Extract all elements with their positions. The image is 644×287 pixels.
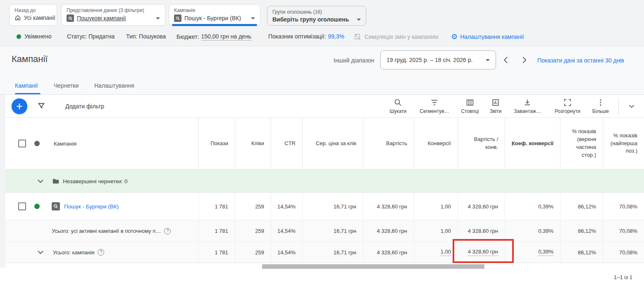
- filter-funnel-icon[interactable]: [37, 102, 45, 110]
- status-eligible: Статус: Придатна: [67, 33, 114, 40]
- help-icon[interactable]: ?: [98, 249, 104, 256]
- impr-top-total: 86,12%: [560, 242, 603, 263]
- reports-button[interactable]: Звіти: [478, 98, 513, 114]
- unfinished-drafts-row[interactable]: Незавершені чернетки: 0: [5, 170, 644, 193]
- tab-settings[interactable]: Налаштування: [94, 82, 134, 89]
- active-tab-underline: [15, 93, 41, 94]
- status-budget[interactable]: Бюджет: 150,00 грн на день: [177, 33, 251, 41]
- impr-abs-top-total: 70,08%: [603, 220, 644, 242]
- next-range-button[interactable]: [522, 56, 529, 64]
- total-active-campaigns-row: Усього: усі активні кампанії в поточному…: [5, 220, 644, 242]
- cost-total: 4 328,60 грн: [363, 242, 414, 263]
- col-conversions[interactable]: Конверсії: [414, 118, 458, 169]
- col-avg-cpc[interactable]: Сер. ціна за клік: [302, 118, 363, 169]
- ad-groups-selector[interactable]: Групи оголошень (16) Виберіть групу огол…: [267, 6, 366, 26]
- conv-rate-value: 0,39%: [505, 193, 560, 220]
- select-all-checkbox[interactable]: [18, 140, 26, 148]
- impressions-value: 1 781: [198, 193, 235, 220]
- status-filter-dot-icon[interactable]: [34, 141, 40, 146]
- conv-rate-total[interactable]: 0,39%: [538, 249, 553, 256]
- search-campaign-badge-icon: [52, 202, 60, 210]
- previous-range-button[interactable]: [503, 56, 510, 64]
- col-cost[interactable]: Вартість: [363, 118, 414, 169]
- search-button[interactable]: Шукати: [380, 98, 416, 114]
- enabled-text: Увімкнено: [24, 33, 51, 40]
- optimization-label: Показник оптимізації:: [268, 33, 326, 40]
- conversions-total[interactable]: 1,00: [441, 249, 451, 256]
- data-view-value: Пошукові кампанії: [77, 15, 126, 22]
- budget-value[interactable]: 150,00 грн на день: [201, 33, 252, 41]
- enabled-status-dot-icon[interactable]: [34, 204, 40, 209]
- add-campaign-button[interactable]: +: [12, 98, 27, 114]
- col-conv-rate[interactable]: ↓ Коеф. конверсії: [505, 118, 560, 169]
- search-campaign-badge-icon: [174, 14, 181, 22]
- more-button[interactable]: Більше: [583, 98, 618, 114]
- col-impr-abs-top[interactable]: % показів (найперша поз.): [603, 118, 644, 169]
- ad-groups-label: Групи оголошень (16): [272, 9, 361, 15]
- campaign-selector-value: Пошук - Бургери (ВК): [184, 15, 241, 22]
- enabled-dot-icon: [17, 34, 21, 39]
- expand-button[interactable]: Розгорнути: [550, 98, 585, 114]
- page-title: Кампанії: [12, 54, 48, 65]
- campaign-settings-button[interactable]: ⚙ Налаштування кампанії: [451, 33, 524, 41]
- chevron-down-icon[interactable]: [37, 179, 44, 183]
- back-to-all-campaigns-button[interactable]: Назад до Усі кампанії: [9, 4, 57, 26]
- red-highlight-annotation: [453, 239, 514, 263]
- col-impressions[interactable]: Покази: [198, 118, 235, 169]
- date-range-value: 19 груд. 2025 р. – 18 січ. 2026 р.: [386, 57, 472, 63]
- add-filter-button[interactable]: Додати фільтр: [65, 95, 104, 118]
- reports-icon: [491, 98, 500, 107]
- conv-rate-total: 0,39%: [505, 220, 560, 242]
- impr-top-total: 86,12%: [560, 220, 603, 242]
- clicks-value: 259: [235, 193, 271, 220]
- tab-drafts[interactable]: Чернетки: [54, 82, 79, 89]
- col-clicks[interactable]: Кліки: [235, 118, 271, 169]
- collapse-toolbar-chevron[interactable]: [626, 102, 637, 111]
- more-dots-icon: [596, 98, 605, 107]
- total-active-label: Усього: усі активні кампанії в поточному…: [52, 228, 161, 234]
- row-checkbox[interactable]: [18, 203, 26, 210]
- campaign-name-link[interactable]: Пошук - Бургери (ВК): [64, 203, 119, 210]
- status-optimization-score[interactable]: Показник оптимізації: 99,3%: [268, 33, 344, 40]
- clicks-total: 259: [235, 242, 271, 263]
- data-view-selector[interactable]: Представлення даних (3 фільтри) Пошукові…: [61, 4, 165, 26]
- pagination-label: 1–1 із 1: [614, 274, 632, 280]
- col-campaign[interactable]: Кампанія: [54, 141, 76, 147]
- simulation-button-disabled: Симуляція змін у кампаніях: [354, 33, 439, 41]
- chevron-down-icon[interactable]: [37, 250, 44, 254]
- cost-value: 4 328,60 грн: [363, 193, 414, 220]
- avg-cpc-total: 16,71 грн: [302, 242, 363, 263]
- custom-range-label: Інший діапазон: [334, 57, 374, 64]
- campaign-row[interactable]: Пошук - Бургери (ВК) 1 781 259 14,54% 16…: [5, 193, 644, 220]
- chevron-down-icon: [486, 59, 490, 61]
- expand-icon: [563, 98, 572, 107]
- impr-abs-top-value: 70,08%: [603, 193, 644, 220]
- campaign-selector-label: Кампанія: [174, 7, 255, 13]
- cost-total: 4 328,60 грн: [363, 220, 414, 242]
- show-last-30-days-link[interactable]: Показати дані за останні 30 днів: [537, 57, 624, 64]
- search-icon: [394, 98, 403, 107]
- horizontal-scrollbar-thumb[interactable]: [262, 264, 484, 269]
- col-impr-top[interactable]: % показів (верхня частина стор.): [560, 118, 603, 169]
- chevron-down-icon: [357, 19, 361, 21]
- col-cost-per-conv[interactable]: Вартість / конв.: [458, 118, 505, 169]
- simulation-icon: [354, 33, 361, 41]
- budget-label: Бюджет:: [177, 33, 199, 40]
- columns-icon: [465, 98, 475, 107]
- optimization-value[interactable]: 99,3%: [328, 33, 344, 40]
- conversions-total: 1,00: [414, 220, 458, 242]
- cost-per-conv-total: 4 328,60 грн: [458, 220, 505, 242]
- date-range-picker[interactable]: 19 груд. 2025 р. – 18 січ. 2026 р.: [380, 50, 496, 69]
- campaign-selector[interactable]: Кампанія Пошук - Бургери (ВК): [169, 4, 260, 26]
- impr-top-value: 86,12%: [560, 193, 603, 220]
- tab-campaigns[interactable]: Кампанії: [15, 82, 38, 89]
- table-toolbar: + Додати фільтр Шукати Сегментув… Стовпц…: [5, 95, 644, 118]
- search-campaign-badge-icon: [67, 14, 74, 22]
- col-ctr[interactable]: CTR: [271, 118, 302, 169]
- download-button[interactable]: Завантаж…: [510, 98, 545, 114]
- segment-button[interactable]: Сегментув…: [417, 98, 452, 114]
- table-header-row: Кампанія Покази Кліки CTR Сер. ціна за к…: [5, 118, 644, 170]
- ctr-total: 14,54%: [271, 242, 302, 263]
- help-icon[interactable]: ?: [164, 228, 171, 234]
- sort-descending-icon: ↓: [511, 139, 514, 148]
